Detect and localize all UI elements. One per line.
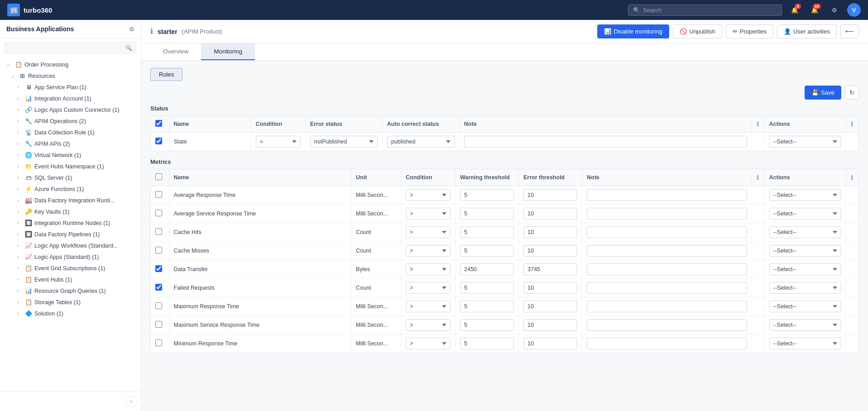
sidebar-tree-item[interactable]: › 🔧 APIM Operations (2) <box>0 115 141 127</box>
sidebar-tree-item[interactable]: › 📋 Event Grid Subscriptions (1) <box>0 263 141 274</box>
metrics-error-input[interactable] <box>523 226 577 238</box>
metrics-row-checkbox[interactable] <box>155 210 162 216</box>
metrics-note-input[interactable] <box>587 338 747 349</box>
sidebar-tree-item[interactable]: › 🔧 APIM APIs (2) <box>0 138 141 149</box>
metrics-error-input[interactable] <box>523 282 577 294</box>
status-row-checkbox[interactable] <box>155 138 162 144</box>
sidebar-tree-item[interactable]: › 🔑 Key Vaults (1) <box>0 206 141 217</box>
metrics-actions-select[interactable]: --Select-- AlertEmail <box>769 282 841 294</box>
sidebar-tree-item[interactable]: › 🔲 Data Factory Pipelines (1) <box>0 229 141 240</box>
metrics-note-input[interactable] <box>587 189 747 201</box>
metrics-actions-select[interactable]: --Select-- AlertEmail <box>769 208 841 220</box>
metrics-actions-select[interactable]: --Select-- AlertEmail <box>769 338 841 349</box>
tab-overview[interactable]: Overview <box>150 43 201 60</box>
status-note-input[interactable] <box>464 136 747 148</box>
metrics-error-input[interactable] <box>523 263 577 275</box>
metrics-condition-select[interactable]: > <= <box>406 338 451 349</box>
sidebar-tree-item[interactable]: › 🔷 Solution (1) <box>0 308 141 319</box>
metrics-condition-select[interactable]: > <= <box>406 245 451 257</box>
sidebar-tree-item[interactable]: › 📋 Order Processing <box>0 59 141 70</box>
alerts-btn[interactable]: 🔔 10 <box>807 3 822 17</box>
sidebar-tree-item[interactable]: › 📈 Logic App Workflows (Standard... <box>0 240 141 251</box>
sidebar-tree-item[interactable]: › 📁 Event Hubs Namespace (1) <box>0 161 141 172</box>
metrics-condition-select[interactable]: > <= <box>406 301 451 312</box>
rules-tab-button[interactable]: Rules <box>150 68 182 81</box>
sidebar-tree-item[interactable]: › 📋 Event Hubs (1) <box>0 274 141 285</box>
settings-btn[interactable]: ⚙ <box>827 3 842 17</box>
metrics-note-input[interactable] <box>587 245 747 257</box>
sidebar-tree-item[interactable]: › 📊 Integration Account (1) <box>0 93 141 104</box>
status-auto-correct-select[interactable]: published notPublished <box>387 136 455 148</box>
sidebar-tree-item[interactable]: › ⚡ Azure Functions (1) <box>0 183 141 195</box>
metrics-row-checkbox[interactable] <box>155 265 162 272</box>
sidebar-tree-item[interactable]: › 📡 Data Collection Rule (1) <box>0 127 141 138</box>
save-button[interactable]: 💾 Save <box>805 86 841 100</box>
metrics-warning-input[interactable] <box>460 301 514 312</box>
metrics-row-checkbox[interactable] <box>155 247 162 253</box>
metrics-error-input[interactable] <box>523 245 577 257</box>
metrics-actions-select[interactable]: --Select-- AlertEmail <box>769 319 841 331</box>
metrics-row-checkbox[interactable] <box>155 284 162 291</box>
search-input[interactable] <box>643 7 777 14</box>
metrics-note-input[interactable] <box>587 319 747 331</box>
metrics-note-input[interactable] <box>587 226 747 238</box>
sidebar-collapse-button[interactable]: ‹ <box>125 396 137 407</box>
user-activities-button[interactable]: 👤 User activities <box>777 24 837 38</box>
metrics-warning-input[interactable] <box>460 319 514 331</box>
tab-monitoring[interactable]: Monitoring <box>201 43 255 60</box>
sidebar-tree-item[interactable]: ⌄ ⊞ Resources <box>0 70 141 81</box>
metrics-warning-input[interactable] <box>460 338 514 349</box>
metrics-actions-select[interactable]: --Select-- AlertEmail <box>769 263 841 275</box>
sidebar-tree-item[interactable]: › 🌐 Virtual Network (1) <box>0 149 141 161</box>
metrics-warning-input[interactable] <box>460 226 514 238</box>
metrics-row-checkbox[interactable] <box>155 339 162 346</box>
metrics-note-input[interactable] <box>587 301 747 312</box>
metrics-note-input[interactable] <box>587 263 747 275</box>
sidebar-tree-item[interactable]: › 📊 Resource Graph Queries (1) <box>0 285 141 296</box>
sidebar-tree-item[interactable]: › 🏭 Data Factory Integration Runti... <box>0 195 141 206</box>
metrics-condition-select[interactable]: > <= <box>406 226 451 238</box>
metrics-note-input[interactable] <box>587 208 747 220</box>
sidebar-tree-item[interactable]: › 📋 Storage Tables (1) <box>0 296 141 308</box>
status-actions-select[interactable]: --Select-- AlertEmail <box>769 136 841 148</box>
status-select-all-checkbox[interactable] <box>155 120 162 127</box>
metrics-error-input[interactable] <box>523 301 577 312</box>
refresh-button[interactable]: ↻ <box>845 86 859 100</box>
collapse-right-button[interactable]: ⟵ <box>840 24 859 38</box>
sidebar-tree-item[interactable]: › 🗃 SQL Server (1) <box>0 172 141 183</box>
metrics-condition-select[interactable]: > <= <box>406 208 451 220</box>
status-condition-select[interactable]: = >< <box>256 136 301 148</box>
notifications-btn[interactable]: 🔔 3 <box>787 3 802 17</box>
metrics-condition-select[interactable]: > <= <box>406 319 451 331</box>
metrics-condition-select[interactable]: > <= <box>406 263 451 275</box>
metrics-condition-select[interactable]: > <= <box>406 189 451 201</box>
metrics-row-checkbox[interactable] <box>155 302 162 309</box>
metrics-warning-input[interactable] <box>460 189 514 201</box>
metrics-condition-select[interactable]: > <= <box>406 282 451 294</box>
metrics-error-input[interactable] <box>523 319 577 331</box>
sidebar-search[interactable]: 🔍 <box>5 42 136 53</box>
metrics-error-input[interactable] <box>523 208 577 220</box>
sidebar-tree-item[interactable]: › 🖥 App Service Plan (1) <box>0 81 141 93</box>
sidebar-tree-item[interactable]: › 🔗 Logic Apps Custom Connector (1) <box>0 104 141 115</box>
metrics-actions-select[interactable]: --Select-- AlertEmail <box>769 301 841 312</box>
app-logo[interactable]: 🏢 turbo360 <box>7 4 52 16</box>
search-bar[interactable]: 🔍 <box>628 5 782 16</box>
unpublish-button[interactable]: 🚫 Unpublish <box>673 24 722 38</box>
metrics-warning-input[interactable] <box>460 245 514 257</box>
metrics-actions-select[interactable]: --Select-- AlertEmail <box>769 189 841 201</box>
metrics-actions-select[interactable]: --Select-- AlertEmail <box>769 245 841 257</box>
disable-monitoring-button[interactable]: 📊 Disable monitoring <box>597 24 669 38</box>
metrics-warning-input[interactable] <box>460 282 514 294</box>
properties-button[interactable]: ✏ Properties <box>726 24 773 38</box>
metrics-error-input[interactable] <box>523 189 577 201</box>
sidebar-tree-item[interactable]: › 📈 Logic Apps (Standard) (1) <box>0 251 141 263</box>
metrics-error-input[interactable] <box>523 338 577 349</box>
metrics-row-checkbox[interactable] <box>155 321 162 328</box>
metrics-row-checkbox[interactable] <box>155 191 162 198</box>
metrics-select-all-checkbox[interactable] <box>155 173 162 180</box>
metrics-warning-input[interactable] <box>460 263 514 275</box>
metrics-note-input[interactable] <box>587 282 747 294</box>
sidebar-tree-item[interactable]: › 🔲 Integration Runtime Nodes (1) <box>0 217 141 229</box>
metrics-warning-input[interactable] <box>460 208 514 220</box>
